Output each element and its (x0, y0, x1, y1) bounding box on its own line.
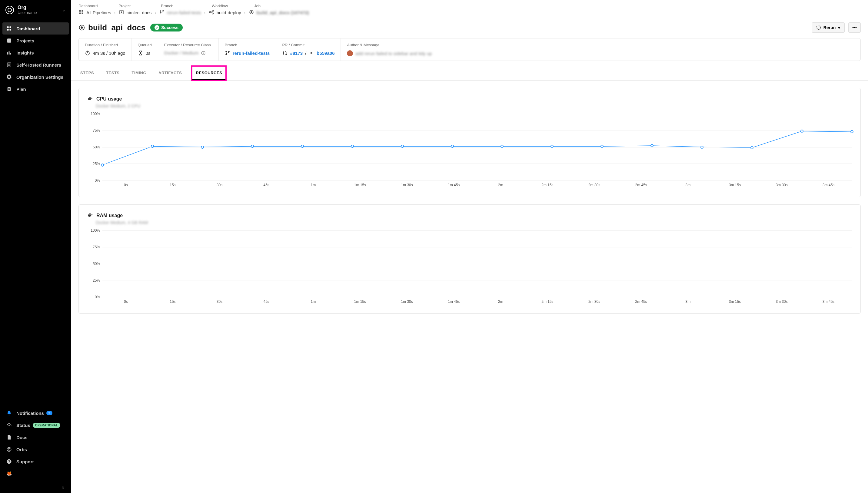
svg-text:$: $ (8, 87, 10, 90)
sidebar-item-support[interactable]: ? Support (2, 455, 69, 468)
sidebar-item-orbs[interactable]: Orbs (2, 443, 69, 455)
orbs-icon (6, 446, 12, 452)
tab-steps[interactable]: STEPS (79, 66, 96, 80)
crumb-text-blurred: build_api_docs (107472) (257, 10, 309, 15)
svg-rect-54 (89, 97, 90, 98)
meta-branch-link[interactable]: rerun-failed-tests (233, 50, 270, 56)
chart-title: CPU usage (96, 96, 122, 102)
rerun-button[interactable]: Rerun ▾ (812, 22, 845, 33)
meta-duration: 4m 3s / 10h ago (93, 50, 125, 56)
branch-icon (159, 9, 165, 16)
org-logo-icon (5, 6, 14, 14)
svg-point-46 (283, 54, 284, 55)
sidebar-item-notifications[interactable]: Notifications 2 (2, 407, 69, 419)
svg-point-15 (7, 447, 11, 451)
org-switcher[interactable]: Org User name ⌄ (0, 0, 71, 20)
tab-timing[interactable]: TIMING (130, 66, 148, 80)
stopwatch-icon (85, 50, 90, 56)
svg-point-33 (251, 12, 252, 13)
sidebar-item-label: Support (16, 459, 34, 464)
projects-icon (6, 38, 12, 44)
sidebar-item-org-settings[interactable]: Organization Settings (2, 71, 69, 83)
more-menu-button[interactable]: ••• (848, 22, 861, 33)
sidebar-item-plan[interactable]: $ Plan (2, 83, 69, 95)
gauge-icon (6, 422, 12, 428)
info-icon[interactable] (201, 50, 206, 56)
crumb-branch[interactable]: rerun-failed-tests (159, 9, 201, 16)
sidebar-item-dashboard[interactable]: Dashboard (2, 22, 69, 35)
insights-icon (6, 50, 12, 56)
sidebar-item-label: Insights (16, 50, 34, 56)
svg-rect-2 (7, 29, 8, 30)
svg-rect-60 (90, 214, 91, 214)
crumb-job[interactable]: build_api_docs (107472) (249, 9, 309, 16)
docker-icon (87, 212, 93, 219)
meta-pr-link[interactable]: #8173 (290, 50, 303, 56)
crumb-dashboard[interactable]: All Pipelines (79, 9, 111, 16)
crumb-header-dashboard: Dashboard (79, 4, 119, 8)
svg-point-28 (163, 10, 164, 11)
avatar-icon (347, 50, 353, 56)
meta-label-author: Author & Message (347, 43, 854, 47)
meta-queued: 0s (146, 50, 151, 56)
dots-icon: ••• (852, 25, 857, 30)
tab-artifacts[interactable]: ARTIFACTS (157, 66, 184, 80)
tab-resources[interactable]: RESOURCES (192, 66, 226, 80)
avatar-icon: 🦊 (6, 471, 12, 477)
meta-commit-link[interactable]: b559a06 (317, 50, 335, 56)
svg-point-29 (209, 12, 211, 13)
sidebar-item-runners[interactable]: Self-Hosted Runners (2, 59, 69, 71)
sidebar-item-status[interactable]: Status OPERATIONAL (2, 419, 69, 431)
collapse-sidebar-button[interactable] (0, 482, 71, 493)
bell-icon (6, 410, 12, 416)
svg-point-43 (226, 54, 227, 55)
svg-point-30 (212, 10, 214, 12)
crumb-text-blurred: rerun-failed-tests (167, 10, 201, 15)
sidebar-item-insights[interactable]: Insights (2, 47, 69, 59)
cpu-chart: 0%25%50%75%100% 0s15s30s45s1m1m 15s1m 30… (87, 114, 852, 190)
sidebar-item-docs[interactable]: Docs (2, 431, 69, 443)
project-icon (119, 9, 124, 16)
svg-point-42 (226, 51, 227, 52)
chart-title: RAM usage (96, 213, 123, 218)
cpu-chart-card: CPU usage Docker Medium, 2 CPU 0%25%50%7… (79, 88, 861, 197)
sidebar-item-projects[interactable]: Projects (2, 35, 69, 47)
meta-label-queued: Queued (138, 43, 152, 47)
ram-chart: 0%25%50%75%100% 0s15s30s45s1m1m 15s1m 30… (87, 231, 852, 306)
docs-icon (6, 434, 12, 440)
sidebar-item-label: Organization Settings (16, 74, 63, 80)
crumb-project[interactable]: circleci-docs (119, 9, 152, 16)
pipelines-icon (79, 9, 84, 16)
meta-label-branch: Branch (225, 43, 270, 47)
tab-tests[interactable]: TESTS (104, 66, 121, 80)
job-meta: Duration / Finished 4m 3s / 10h ago Queu… (79, 38, 861, 61)
notification-count-badge: 2 (46, 411, 52, 415)
sidebar-item-avatar[interactable]: 🦊 (2, 468, 69, 480)
crumb-workflow[interactable]: build-deploy (209, 9, 241, 16)
svg-rect-53 (90, 98, 91, 99)
meta-label-duration: Duration / Finished (85, 43, 125, 47)
svg-point-35 (81, 27, 83, 28)
svg-rect-21 (82, 10, 83, 12)
meta-label-pr: PR / Commit (282, 43, 335, 47)
branch-icon (225, 50, 230, 56)
svg-point-14 (9, 425, 9, 426)
sidebar-item-label: Dashboard (16, 26, 40, 31)
svg-point-27 (160, 13, 161, 14)
commit-icon (309, 50, 314, 56)
main-content: Dashboard Project Branch Workflow Job Al… (71, 0, 868, 493)
svg-rect-22 (79, 13, 81, 14)
rerun-label: Rerun (823, 25, 835, 30)
pr-icon (282, 50, 288, 56)
crumb-text: build-deploy (217, 10, 241, 15)
breadcrumb: Dashboard Project Branch Workflow Job Al… (71, 0, 868, 17)
docker-icon (87, 95, 93, 102)
svg-rect-20 (79, 10, 81, 12)
user-name: User name (18, 10, 62, 15)
meta-label-executor: Executor / Resource Class (164, 43, 212, 47)
caret-down-icon: ▾ (838, 25, 840, 30)
crumb-header-job: Job (254, 4, 260, 8)
sidebar-item-label: Projects (16, 38, 34, 43)
nav-bottom: Notifications 2 Status OPERATIONAL Docs … (0, 405, 71, 482)
meta-pr-slash: / (305, 50, 306, 56)
